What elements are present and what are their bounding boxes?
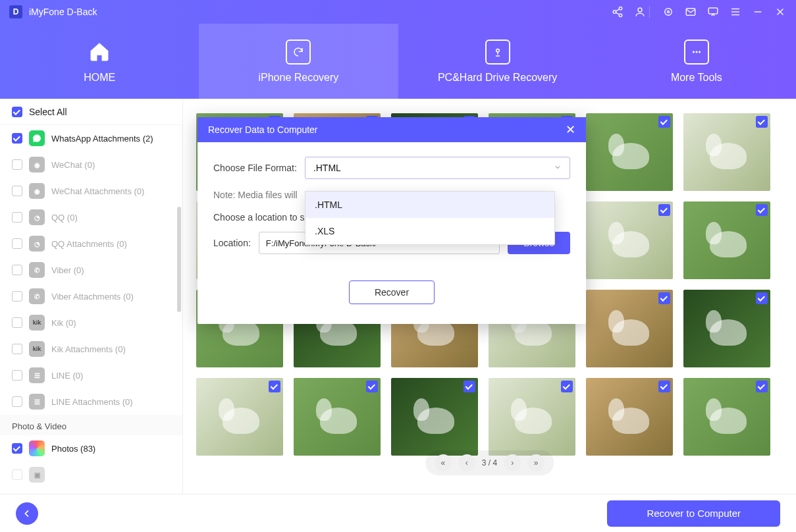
photo-thumb[interactable]	[683, 290, 770, 367]
recover-to-computer-button[interactable]: Recover to Computer	[607, 500, 780, 527]
location-label: Location:	[213, 238, 251, 248]
video-icon: ▣	[29, 467, 45, 483]
checkbox[interactable]	[12, 133, 22, 144]
thumb-checkbox[interactable]	[366, 381, 378, 392]
sidebar-item-viber-attachments[interactable]: ✆ Viber Attachments (0)	[0, 283, 182, 309]
sidebar-item-line-attachments[interactable]: ☰ LINE Attachments (0)	[0, 388, 182, 415]
pc-icon	[485, 39, 511, 65]
thumb-checkbox[interactable]	[756, 116, 768, 128]
account-icon[interactable]	[633, 5, 647, 18]
item-label: Photos (83)	[51, 444, 95, 454]
checkbox[interactable]	[12, 238, 22, 249]
select-all-checkbox[interactable]	[12, 107, 22, 117]
sidebar-item-viber[interactable]: ✆ Viber (0)	[0, 257, 182, 283]
item-label: WeChat (0)	[51, 160, 95, 170]
thumb-checkbox[interactable]	[658, 292, 670, 304]
photo-thumb[interactable]	[683, 201, 770, 279]
menu-icon[interactable]	[729, 5, 742, 18]
svg-point-10	[696, 51, 697, 53]
format-option-xls[interactable]: .XLS	[305, 218, 554, 244]
thumb-checkbox[interactable]	[464, 381, 475, 392]
sidebar-item-qq[interactable]: ◔ QQ (0)	[0, 204, 182, 230]
chevron-down-icon	[554, 163, 562, 173]
svg-point-0	[619, 7, 622, 11]
back-button[interactable]	[16, 502, 38, 525]
thumb-checkbox[interactable]	[269, 381, 280, 392]
titlebar: D iMyFone D-Back	[0, 0, 796, 24]
checkbox[interactable]	[12, 443, 22, 454]
feedback-icon[interactable]	[706, 5, 720, 18]
item-label: WeChat Attachments (0)	[51, 186, 144, 196]
thumb-checkbox[interactable]	[756, 204, 768, 216]
photo-thumb[interactable]	[586, 378, 673, 456]
sidebar-scrollbar[interactable]	[177, 207, 181, 312]
tab-pc-recovery[interactable]: PC&Hard Drive Recovery	[398, 24, 597, 99]
modal-close-icon[interactable]: ✕	[566, 122, 575, 137]
pager-prev[interactable]: ‹	[458, 454, 475, 471]
file-format-dropdown: .HTML .XLS	[305, 191, 555, 245]
tab-more-tools[interactable]: More Tools	[597, 24, 796, 99]
sidebar-item-wechat-attachments[interactable]: ◉ WeChat Attachments (0)	[0, 178, 182, 204]
close-window-icon[interactable]	[774, 5, 787, 18]
sidebar-item-whatsapp-attachments[interactable]: WhatsApp Attachments (2)	[0, 125, 182, 151]
item-label: LINE Attachments (0)	[51, 397, 133, 407]
thumb-checkbox[interactable]	[756, 292, 768, 304]
photo-thumb[interactable]	[586, 290, 673, 367]
checkbox[interactable]	[12, 370, 22, 381]
thumb-checkbox[interactable]	[756, 381, 768, 392]
select-all-row[interactable]: Select All	[0, 99, 182, 125]
file-format-select[interactable]: .HTML	[305, 157, 570, 179]
qq-icon: ◔	[29, 209, 45, 225]
checkbox[interactable]	[12, 317, 22, 328]
format-option-html[interactable]: .HTML	[305, 192, 554, 218]
checkbox[interactable]	[12, 159, 22, 170]
sidebar-item-qq-attachments[interactable]: ◔ QQ Attachments (0)	[0, 230, 182, 257]
modal-recover-button[interactable]: Recover	[349, 280, 435, 304]
pager-first[interactable]: «	[435, 454, 452, 471]
sidebar-item-videos[interactable]: ▣	[0, 462, 182, 488]
photo-thumb[interactable]	[586, 201, 673, 279]
sidebar-item-line[interactable]: ☰ LINE (0)	[0, 362, 182, 388]
item-label: Kik Attachments (0)	[51, 344, 126, 354]
pager-next[interactable]: ›	[504, 454, 521, 471]
choose-format-label: Choose File Format:	[213, 163, 297, 173]
pager-last[interactable]: »	[527, 454, 544, 471]
photo-thumb[interactable]	[683, 113, 770, 191]
checkbox[interactable]	[12, 396, 22, 407]
checkbox[interactable]	[12, 344, 22, 354]
photo-thumb[interactable]	[196, 378, 283, 456]
viber-icon: ✆	[29, 288, 45, 304]
tab-iphone-recovery[interactable]: iPhone Recovery	[199, 24, 398, 99]
photo-thumb[interactable]	[489, 378, 575, 456]
checkbox[interactable]	[12, 186, 22, 196]
checkbox[interactable]	[12, 291, 22, 302]
sidebar-item-wechat[interactable]: ◉ WeChat (0)	[0, 151, 182, 178]
settings-icon[interactable]	[662, 5, 675, 18]
mail-icon[interactable]	[684, 5, 697, 18]
photos-icon	[29, 440, 45, 456]
thumb-checkbox[interactable]	[658, 381, 670, 392]
checkbox[interactable]	[12, 212, 22, 223]
sidebar-item-kik[interactable]: kik Kik (0)	[0, 309, 182, 336]
checkbox[interactable]	[12, 469, 22, 480]
thumb-checkbox[interactable]	[561, 381, 573, 392]
sidebar-item-kik-attachments[interactable]: kik Kik Attachments (0)	[0, 336, 182, 362]
svg-point-5	[668, 11, 670, 13]
tab-home[interactable]: HOME	[0, 24, 199, 99]
tab-home-label: HOME	[84, 72, 115, 84]
checkbox[interactable]	[12, 265, 22, 275]
photo-thumb[interactable]	[294, 378, 381, 456]
photo-thumb[interactable]	[586, 113, 673, 191]
sidebar: Select All WhatsApp Attachments (2) ◉ We…	[0, 99, 183, 494]
item-label: Viber (0)	[51, 265, 84, 275]
sidebar-item-photos[interactable]: Photos (83)	[0, 435, 182, 462]
svg-point-1	[613, 11, 616, 14]
share-icon[interactable]	[611, 5, 624, 18]
thumb-checkbox[interactable]	[658, 116, 670, 128]
tab-more-label: More Tools	[671, 72, 722, 84]
photo-thumb[interactable]	[391, 378, 478, 456]
item-label: QQ (0)	[51, 213, 78, 223]
photo-thumb[interactable]	[683, 378, 770, 456]
thumb-checkbox[interactable]	[658, 204, 670, 216]
minimize-icon[interactable]	[751, 5, 764, 18]
